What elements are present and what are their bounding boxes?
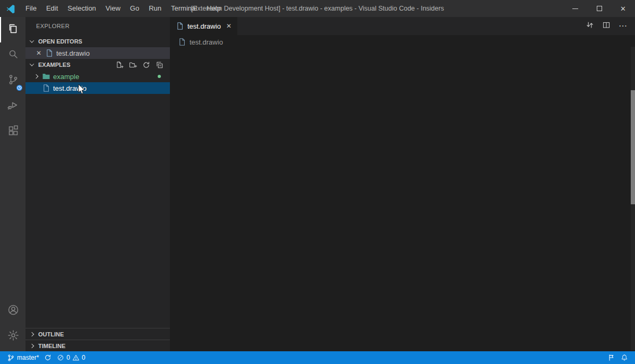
- window-controls: ✕: [563, 0, 635, 17]
- open-editor-label: test.drawio: [56, 49, 90, 57]
- accounts-icon: [7, 304, 20, 318]
- split-editor-icon[interactable]: [602, 21, 611, 31]
- outline-label: OUTLINE: [38, 331, 64, 337]
- file-icon: [178, 38, 186, 46]
- chevron-right-icon: [33, 72, 39, 81]
- status-bar: master* 0 0: [0, 351, 635, 364]
- extensions-icon: [7, 124, 20, 139]
- flag-icon: [608, 354, 615, 361]
- tree-item-label: test.drawio: [53, 84, 87, 92]
- tab-label: test.drawio: [187, 22, 221, 30]
- close-window-button[interactable]: ✕: [611, 0, 635, 17]
- breadcrumb-item[interactable]: test.drawio: [178, 38, 223, 46]
- outline-header[interactable]: OUTLINE: [25, 328, 170, 340]
- activity-bar-bottom: [0, 298, 25, 351]
- activity-accounts[interactable]: [0, 298, 25, 324]
- close-editor-icon[interactable]: ✕: [35, 49, 42, 57]
- activity-search[interactable]: [0, 42, 25, 68]
- search-icon: [7, 48, 20, 63]
- sync-icon: [44, 354, 52, 361]
- vscode-logo-icon: [6, 4, 15, 13]
- chevron-right-icon: [28, 342, 36, 350]
- maximize-button[interactable]: [587, 0, 611, 17]
- examples-label: EXAMPLES: [38, 62, 71, 68]
- maximize-icon: [597, 6, 602, 11]
- error-icon: [57, 354, 64, 361]
- examples-actions: [116, 61, 170, 69]
- chevron-right-icon: [28, 330, 36, 339]
- timeline-label: TIMELINE: [38, 343, 65, 349]
- folder-icon: [42, 72, 50, 81]
- collapse-all-icon[interactable]: [156, 61, 164, 69]
- open-editor-item[interactable]: ✕ test.drawio: [25, 47, 170, 59]
- refresh-icon[interactable]: [142, 61, 150, 69]
- git-status-dot: [158, 75, 161, 78]
- editor-content: [170, 49, 635, 351]
- file-icon: [45, 49, 54, 57]
- new-folder-icon[interactable]: [129, 61, 137, 69]
- breadcrumb-label: test.drawio: [190, 38, 223, 46]
- activity-settings[interactable]: [0, 324, 25, 349]
- error-count: 0: [66, 354, 70, 361]
- source-control-badge-clock-icon: [15, 84, 23, 92]
- explorer-icon: [7, 22, 20, 37]
- activity-source-control[interactable]: [0, 68, 25, 93]
- minimize-button[interactable]: [563, 0, 587, 17]
- file-icon: [176, 22, 184, 30]
- activity-run-debug[interactable]: [0, 93, 25, 119]
- menu-selection[interactable]: Selection: [63, 0, 100, 17]
- status-bar-right: [605, 351, 631, 364]
- open-editors-label: OPEN EDITORS: [38, 38, 82, 45]
- tree-item-test-drawio[interactable]: test.drawio: [25, 82, 170, 94]
- new-file-icon[interactable]: [116, 61, 124, 69]
- tree-item-label: example: [53, 73, 79, 81]
- bell-icon: [621, 354, 628, 361]
- tab-test-drawio[interactable]: test.drawio ✕: [170, 17, 237, 35]
- activity-bar: [0, 17, 25, 351]
- vscode-window: File Edit Selection View Go Run Terminal…: [0, 0, 635, 364]
- gear-icon: [7, 329, 20, 344]
- close-tab-icon[interactable]: ✕: [226, 22, 231, 30]
- menu-go[interactable]: Go: [125, 0, 144, 17]
- breadcrumbs: test.drawio: [170, 35, 635, 49]
- workbench: EXPLORER OPEN EDITORS ✕ test.drawio EXAM…: [0, 17, 635, 351]
- tree-item-example[interactable]: example: [25, 71, 170, 82]
- menu-file[interactable]: File: [21, 0, 41, 17]
- examples-header[interactable]: EXAMPLES: [25, 59, 170, 71]
- scrollbar-thumb[interactable]: [631, 90, 635, 204]
- open-editors-header[interactable]: OPEN EDITORS: [25, 36, 170, 47]
- activity-explorer[interactable]: [0, 17, 25, 42]
- timeline-header[interactable]: TIMELINE: [25, 340, 170, 351]
- editor-area: test.drawio ✕ ⋯ test.drawio: [170, 17, 635, 351]
- menu-view[interactable]: View: [101, 0, 125, 17]
- git-branch-icon: [7, 354, 15, 362]
- tab-bar: test.drawio ✕ ⋯: [170, 17, 635, 35]
- file-icon: [42, 84, 50, 92]
- chevron-down-icon: [28, 60, 36, 69]
- explorer-sidebar: EXPLORER OPEN EDITORS ✕ test.drawio EXAM…: [25, 17, 170, 351]
- menu-run[interactable]: Run: [144, 0, 166, 17]
- warning-icon: [72, 354, 80, 361]
- chevron-down-icon: [28, 37, 36, 46]
- activity-extensions[interactable]: [0, 119, 25, 144]
- minimize-icon: [572, 8, 578, 9]
- title-bar: File Edit Selection View Go Run Terminal…: [0, 0, 635, 17]
- run-and-debug-icon: [7, 99, 20, 114]
- notifications-button[interactable]: [618, 351, 631, 364]
- sidebar-title: EXPLORER: [25, 17, 170, 36]
- open-changes-icon[interactable]: [586, 21, 594, 31]
- menu-edit[interactable]: Edit: [41, 0, 63, 17]
- file-tree: example test.drawio: [25, 71, 170, 94]
- window-title: [Extension Development Host] - test.draw…: [191, 5, 444, 12]
- feedback-flag-button[interactable]: [605, 351, 618, 364]
- sync-button[interactable]: [41, 351, 54, 364]
- problems-indicator[interactable]: 0 0: [54, 351, 88, 364]
- branch-indicator[interactable]: master*: [4, 351, 41, 364]
- more-actions-icon[interactable]: ⋯: [619, 23, 628, 29]
- warning-count: 0: [82, 354, 85, 361]
- branch-name: master*: [17, 354, 39, 361]
- editor-actions: ⋯: [586, 17, 635, 35]
